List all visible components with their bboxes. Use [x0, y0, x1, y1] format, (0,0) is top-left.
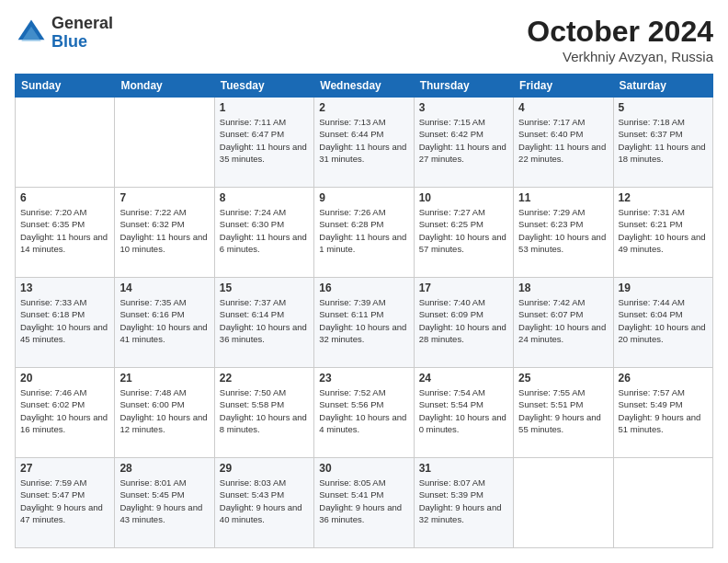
day-number: 1 [220, 101, 309, 114]
day-number: 18 [518, 282, 608, 294]
calendar-cell: 15Sunrise: 7:37 AM Sunset: 6:14 PM Dayli… [214, 278, 313, 368]
calendar-cell: 19Sunrise: 7:44 AM Sunset: 6:04 PM Dayli… [613, 278, 712, 368]
calendar-cell: 8Sunrise: 7:24 AM Sunset: 6:30 PM Daylig… [214, 188, 313, 278]
day-number: 17 [419, 282, 508, 294]
day-info: Sunrise: 7:29 AM Sunset: 6:23 PM Dayligh… [518, 206, 608, 255]
day-info: Sunrise: 8:01 AM Sunset: 5:45 PM Dayligh… [119, 477, 209, 525]
day-number: 28 [119, 462, 209, 475]
calendar-cell: 29Sunrise: 8:03 AM Sunset: 5:43 PM Dayli… [214, 458, 313, 548]
day-number: 7 [119, 191, 209, 204]
day-number: 21 [119, 372, 209, 385]
weekday-monday: Monday [115, 75, 214, 98]
day-info: Sunrise: 7:42 AM Sunset: 6:07 PM Dayligh… [518, 296, 608, 345]
calendar-header: SundayMondayTuesdayWednesdayThursdayFrid… [16, 75, 713, 98]
day-info: Sunrise: 7:17 AM Sunset: 6:40 PM Dayligh… [518, 116, 608, 165]
calendar-cell: 23Sunrise: 7:52 AM Sunset: 5:56 PM Dayli… [314, 368, 414, 458]
week-row: 13Sunrise: 7:33 AM Sunset: 6:18 PM Dayli… [16, 278, 713, 368]
weekday-saturday: Saturday [613, 75, 712, 98]
day-number: 19 [619, 282, 708, 294]
day-info: Sunrise: 7:44 AM Sunset: 6:04 PM Dayligh… [619, 296, 708, 345]
day-number: 31 [419, 462, 508, 475]
day-info: Sunrise: 7:27 AM Sunset: 6:25 PM Dayligh… [419, 206, 508, 255]
calendar-cell: 18Sunrise: 7:42 AM Sunset: 6:07 PM Dayli… [514, 278, 613, 368]
day-info: Sunrise: 7:13 AM Sunset: 6:44 PM Dayligh… [319, 116, 408, 165]
day-info: Sunrise: 7:48 AM Sunset: 6:00 PM Dayligh… [119, 386, 209, 435]
day-number: 29 [220, 462, 309, 475]
weekday-sunday: Sunday [16, 75, 115, 98]
day-info: Sunrise: 7:55 AM Sunset: 5:51 PM Dayligh… [518, 386, 608, 435]
day-number: 26 [619, 372, 708, 385]
day-info: Sunrise: 7:15 AM Sunset: 6:42 PM Dayligh… [419, 116, 508, 165]
calendar-cell: 7Sunrise: 7:22 AM Sunset: 6:32 PM Daylig… [115, 188, 214, 278]
day-info: Sunrise: 7:20 AM Sunset: 6:35 PM Dayligh… [20, 206, 109, 255]
day-info: Sunrise: 8:07 AM Sunset: 5:39 PM Dayligh… [419, 477, 508, 525]
day-number: 5 [619, 101, 708, 114]
day-info: Sunrise: 7:52 AM Sunset: 5:56 PM Dayligh… [319, 386, 408, 435]
calendar-cell: 10Sunrise: 7:27 AM Sunset: 6:25 PM Dayli… [414, 188, 513, 278]
day-info: Sunrise: 7:40 AM Sunset: 6:09 PM Dayligh… [419, 296, 508, 345]
weekday-tuesday: Tuesday [214, 75, 313, 98]
day-number: 30 [319, 462, 408, 475]
calendar-cell [613, 458, 712, 548]
calendar-cell: 2Sunrise: 7:13 AM Sunset: 6:44 PM Daylig… [314, 98, 414, 188]
weekday-wednesday: Wednesday [314, 75, 414, 98]
day-info: Sunrise: 7:50 AM Sunset: 5:58 PM Dayligh… [220, 386, 309, 435]
calendar-cell: 26Sunrise: 7:57 AM Sunset: 5:49 PM Dayli… [613, 368, 712, 458]
calendar-body: 1Sunrise: 7:11 AM Sunset: 6:47 PM Daylig… [16, 98, 713, 548]
calendar-cell: 24Sunrise: 7:54 AM Sunset: 5:54 PM Dayli… [414, 368, 513, 458]
calendar-cell: 16Sunrise: 7:39 AM Sunset: 6:11 PM Dayli… [314, 278, 414, 368]
day-number: 11 [518, 191, 608, 204]
calendar-cell: 12Sunrise: 7:31 AM Sunset: 6:21 PM Dayli… [613, 188, 712, 278]
day-number: 6 [20, 191, 109, 204]
day-info: Sunrise: 8:05 AM Sunset: 5:41 PM Dayligh… [319, 477, 408, 525]
day-info: Sunrise: 7:46 AM Sunset: 6:02 PM Dayligh… [20, 386, 109, 435]
weekday-row: SundayMondayTuesdayWednesdayThursdayFrid… [16, 75, 713, 98]
day-number: 22 [220, 372, 309, 385]
page: General Blue October 2024 Verkhniy Avzya… [0, 0, 728, 563]
logo-text: General Blue [51, 15, 113, 52]
day-info: Sunrise: 7:18 AM Sunset: 6:37 PM Dayligh… [619, 116, 708, 165]
calendar-cell [115, 98, 214, 188]
calendar-cell: 6Sunrise: 7:20 AM Sunset: 6:35 PM Daylig… [16, 188, 115, 278]
calendar-cell: 31Sunrise: 8:07 AM Sunset: 5:39 PM Dayli… [414, 458, 513, 548]
location: Verkhniy Avzyan, Russia [527, 49, 713, 64]
day-number: 27 [20, 462, 109, 475]
day-number: 24 [419, 372, 508, 385]
day-number: 3 [419, 101, 508, 114]
day-info: Sunrise: 7:22 AM Sunset: 6:32 PM Dayligh… [119, 206, 209, 255]
calendar-cell: 28Sunrise: 8:01 AM Sunset: 5:45 PM Dayli… [115, 458, 214, 548]
day-info: Sunrise: 7:26 AM Sunset: 6:28 PM Dayligh… [319, 206, 408, 255]
day-number: 10 [419, 191, 508, 204]
day-number: 4 [518, 101, 608, 114]
logo: General Blue [15, 15, 113, 52]
day-info: Sunrise: 8:03 AM Sunset: 5:43 PM Dayligh… [220, 477, 309, 525]
calendar-cell: 14Sunrise: 7:35 AM Sunset: 6:16 PM Dayli… [115, 278, 214, 368]
logo-icon [15, 17, 48, 50]
day-number: 8 [220, 191, 309, 204]
title-block: October 2024 Verkhniy Avzyan, Russia [527, 15, 713, 64]
day-info: Sunrise: 7:24 AM Sunset: 6:30 PM Dayligh… [220, 206, 309, 255]
day-number: 12 [619, 191, 708, 204]
day-number: 20 [20, 372, 109, 385]
day-info: Sunrise: 7:31 AM Sunset: 6:21 PM Dayligh… [619, 206, 708, 255]
day-info: Sunrise: 7:59 AM Sunset: 5:47 PM Dayligh… [20, 477, 109, 525]
day-number: 14 [119, 282, 209, 294]
day-number: 13 [20, 282, 109, 294]
day-number: 25 [518, 372, 608, 385]
calendar-cell: 13Sunrise: 7:33 AM Sunset: 6:18 PM Dayli… [16, 278, 115, 368]
calendar-cell: 27Sunrise: 7:59 AM Sunset: 5:47 PM Dayli… [16, 458, 115, 548]
week-row: 6Sunrise: 7:20 AM Sunset: 6:35 PM Daylig… [16, 188, 713, 278]
logo-general: General [51, 15, 113, 33]
calendar-cell: 11Sunrise: 7:29 AM Sunset: 6:23 PM Dayli… [514, 188, 613, 278]
day-number: 9 [319, 191, 408, 204]
calendar-cell [16, 98, 115, 188]
day-info: Sunrise: 7:11 AM Sunset: 6:47 PM Dayligh… [220, 116, 309, 165]
day-info: Sunrise: 7:37 AM Sunset: 6:14 PM Dayligh… [220, 296, 309, 345]
weekday-friday: Friday [514, 75, 613, 98]
week-row: 27Sunrise: 7:59 AM Sunset: 5:47 PM Dayli… [16, 458, 713, 548]
day-number: 16 [319, 282, 408, 294]
calendar-cell: 21Sunrise: 7:48 AM Sunset: 6:00 PM Dayli… [115, 368, 214, 458]
calendar-cell: 30Sunrise: 8:05 AM Sunset: 5:41 PM Dayli… [314, 458, 414, 548]
calendar-cell: 4Sunrise: 7:17 AM Sunset: 6:40 PM Daylig… [514, 98, 613, 188]
month-title: October 2024 [527, 15, 713, 49]
